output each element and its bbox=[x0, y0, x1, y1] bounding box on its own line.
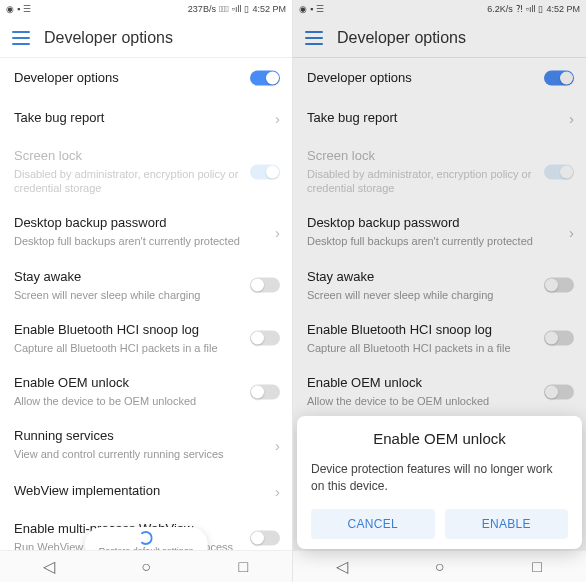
menu-icon[interactable] bbox=[305, 31, 323, 45]
recent-icon[interactable]: □ bbox=[235, 559, 251, 575]
item-oem-unlock[interactable]: Enable OEM unlock Allow the device to be… bbox=[293, 365, 586, 418]
item-running-services[interactable]: Running services View and control curren… bbox=[0, 418, 292, 471]
restore-icon bbox=[139, 531, 153, 545]
chevron-icon: › bbox=[275, 224, 280, 241]
item-screen-lock: Screen lock Disabled by administrator, e… bbox=[293, 138, 586, 205]
status-bar: ◉ ▪ ☰ 237B/s �ูี ▫ıll ▯ 4:52 PM bbox=[0, 0, 292, 18]
item-oem-unlock[interactable]: Enable OEM unlock Allow the device to be… bbox=[0, 365, 292, 418]
sim-icon: ▪ bbox=[17, 4, 20, 14]
toggle-screen-lock bbox=[250, 164, 280, 179]
item-backup-password[interactable]: Desktop backup password Desktop full bac… bbox=[0, 205, 292, 258]
item-developer-options[interactable]: Developer options bbox=[293, 58, 586, 98]
recent-icon[interactable]: □ bbox=[529, 559, 545, 575]
chevron-icon: › bbox=[569, 224, 574, 241]
nav-bar: ◁ ○ □ bbox=[0, 550, 292, 582]
battery-icon: ▯ bbox=[244, 4, 249, 14]
nav-bar: ◁ ○ □ bbox=[293, 550, 586, 582]
wifi-icon: �ูี bbox=[219, 4, 229, 14]
location-icon: ◉ bbox=[6, 4, 14, 14]
item-screen-lock: Screen lock Disabled by administrator, e… bbox=[0, 138, 292, 205]
sim-icon: ▪ bbox=[310, 4, 313, 14]
app-header: Developer options bbox=[0, 18, 292, 58]
settings-list: Developer options Take bug report › Scre… bbox=[0, 58, 292, 582]
toggle-developer-options[interactable] bbox=[544, 71, 574, 86]
home-icon[interactable]: ○ bbox=[138, 559, 154, 575]
screen-left: ◉ ▪ ☰ 237B/s �ูี ▫ıll ▯ 4:52 PM Develope… bbox=[0, 0, 293, 582]
item-developer-options[interactable]: Developer options bbox=[0, 58, 292, 98]
status-bar: ◉ ▪ ☰ 6.2K/s ⁈ ▫ıll ▯ 4:52 PM bbox=[293, 0, 586, 18]
item-bug-report[interactable]: Take bug report › bbox=[0, 98, 292, 138]
location-icon: ◉ bbox=[299, 4, 307, 14]
item-bluetooth-hci[interactable]: Enable Bluetooth HCI snoop log Capture a… bbox=[293, 312, 586, 365]
item-stay-awake[interactable]: Stay awake Screen will never sleep while… bbox=[0, 259, 292, 312]
chevron-icon: › bbox=[275, 483, 280, 500]
clock: 4:52 PM bbox=[252, 4, 286, 14]
network-speed: 237B/s bbox=[188, 4, 216, 14]
chat-icon: ☰ bbox=[316, 4, 324, 14]
back-icon[interactable]: ◁ bbox=[334, 559, 350, 575]
clock: 4:52 PM bbox=[546, 4, 580, 14]
app-header: Developer options bbox=[293, 18, 586, 58]
wifi-icon: ⁈ bbox=[516, 4, 523, 14]
oem-unlock-dialog: Enable OEM unlock Device protection feat… bbox=[297, 416, 582, 549]
enable-button[interactable]: ENABLE bbox=[445, 509, 569, 539]
cancel-button[interactable]: CANCEL bbox=[311, 509, 435, 539]
toggle-stay-awake[interactable] bbox=[544, 278, 574, 293]
item-stay-awake[interactable]: Stay awake Screen will never sleep while… bbox=[293, 259, 586, 312]
toggle-oem-unlock[interactable] bbox=[250, 384, 280, 399]
toggle-bluetooth-hci[interactable] bbox=[544, 331, 574, 346]
chevron-icon: › bbox=[275, 110, 280, 127]
network-speed: 6.2K/s bbox=[487, 4, 513, 14]
toggle-oem-unlock[interactable] bbox=[544, 384, 574, 399]
signal-icon: ▫ıll bbox=[232, 4, 242, 14]
item-webview[interactable]: WebView implementation › bbox=[0, 471, 292, 511]
dialog-title: Enable OEM unlock bbox=[311, 430, 568, 447]
chevron-icon: › bbox=[569, 110, 574, 127]
home-icon[interactable]: ○ bbox=[431, 559, 447, 575]
item-bug-report[interactable]: Take bug report › bbox=[293, 98, 586, 138]
back-icon[interactable]: ◁ bbox=[41, 559, 57, 575]
page-title: Developer options bbox=[44, 29, 173, 47]
battery-icon: ▯ bbox=[538, 4, 543, 14]
chevron-icon: › bbox=[275, 436, 280, 453]
toggle-stay-awake[interactable] bbox=[250, 278, 280, 293]
toggle-screen-lock bbox=[544, 164, 574, 179]
item-backup-password[interactable]: Desktop backup password Desktop full bac… bbox=[293, 205, 586, 258]
dialog-message: Device protection features will no longe… bbox=[311, 461, 568, 495]
page-title: Developer options bbox=[337, 29, 466, 47]
toggle-multi-webview[interactable] bbox=[250, 531, 280, 546]
menu-icon[interactable] bbox=[12, 31, 30, 45]
signal-icon: ▫ıll bbox=[526, 4, 536, 14]
screen-right: ◉ ▪ ☰ 6.2K/s ⁈ ▫ıll ▯ 4:52 PM Developer … bbox=[293, 0, 586, 582]
item-bluetooth-hci[interactable]: Enable Bluetooth HCI snoop log Capture a… bbox=[0, 312, 292, 365]
chat-icon: ☰ bbox=[23, 4, 31, 14]
toggle-bluetooth-hci[interactable] bbox=[250, 331, 280, 346]
toggle-developer-options[interactable] bbox=[250, 71, 280, 86]
